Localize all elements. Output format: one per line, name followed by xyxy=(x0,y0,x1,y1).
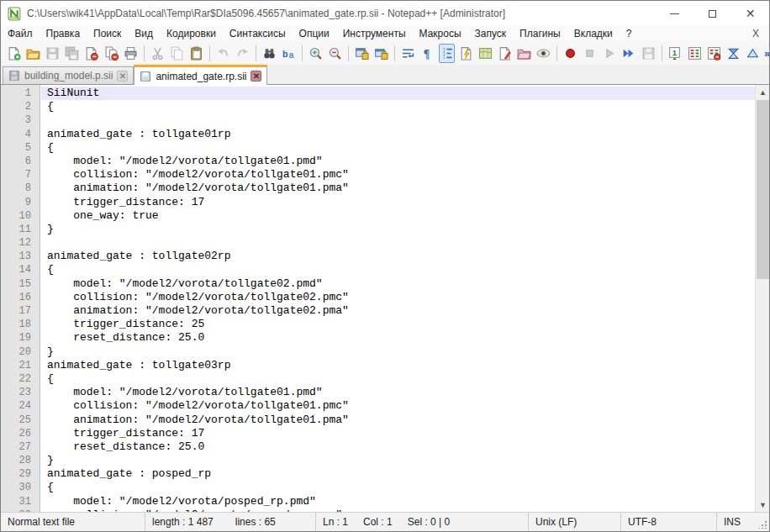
toolbar-overflow-icon[interactable]: » xyxy=(764,47,769,60)
menu-синтаксисы[interactable]: Синтаксисы xyxy=(223,26,293,41)
copy-icon[interactable] xyxy=(169,44,185,63)
cut-icon[interactable] xyxy=(149,44,165,63)
macro-record-icon[interactable] xyxy=(562,44,578,63)
sync-horizontal-icon[interactable] xyxy=(373,44,389,63)
tab-close-icon[interactable]: ✕ xyxy=(117,71,128,82)
code-line[interactable]: animated_gate : tollgate02rp xyxy=(47,250,755,263)
macro-run-multiple-icon[interactable] xyxy=(620,44,636,63)
menu-файл[interactable]: Файл xyxy=(1,26,40,41)
menu-плагины[interactable]: Плагины xyxy=(513,26,567,41)
code-line[interactable]: trigger_distance: 17 xyxy=(47,427,755,440)
code-line[interactable]: { xyxy=(47,481,755,494)
close-file-icon[interactable] xyxy=(83,44,99,63)
menu-поиск[interactable]: Поиск xyxy=(87,26,128,41)
code-line[interactable]: { xyxy=(47,141,755,155)
code-line[interactable]: collision: "/model2/vorota/tollgate01.pm… xyxy=(47,168,755,182)
close-all-icon[interactable] xyxy=(103,44,119,63)
tab-building_model.p.sii[interactable]: building_model.p.sii✕ xyxy=(3,66,134,84)
zoom-in-icon[interactable] xyxy=(308,44,324,63)
save-icon[interactable] xyxy=(45,44,61,63)
close-button[interactable]: ✕ xyxy=(731,1,769,26)
tab-close-icon[interactable]: ✕ xyxy=(251,71,261,82)
code-line[interactable]: model: "/model2/vorota/tollgate02.pmd" xyxy=(47,277,755,291)
document-map-icon[interactable] xyxy=(477,44,493,63)
compare-nav-prev-icon[interactable] xyxy=(745,44,761,63)
menubar-close-icon[interactable]: X xyxy=(749,26,762,41)
tab-bar: building_model.p.sii✕animated_gate.rp.si… xyxy=(1,65,769,85)
status-encoding[interactable]: UTF-8 xyxy=(621,513,717,531)
macro-play-icon[interactable] xyxy=(601,44,617,63)
code-line[interactable]: animated_gate : tollgate01rp xyxy=(47,128,755,141)
menu-вид[interactable]: Вид xyxy=(128,26,160,41)
menu-опции[interactable]: Опции xyxy=(293,26,336,41)
sync-vertical-icon[interactable] xyxy=(354,44,370,63)
code-line[interactable]: model: "/model2/vorota/posped_rp.pmd" xyxy=(47,495,755,508)
menu-макросы[interactable]: Макросы xyxy=(413,26,468,41)
status-doc-type: Normal text file xyxy=(1,513,145,531)
compare-nav-first-icon[interactable] xyxy=(725,44,741,63)
folder-as-workspace-icon[interactable] xyxy=(516,44,532,63)
code-line[interactable]: one_way: true xyxy=(47,209,755,223)
menu-вкладки[interactable]: Вкладки xyxy=(567,26,620,41)
code-line[interactable]: reset_distance: 25.0 xyxy=(47,331,755,345)
code-line[interactable] xyxy=(47,236,755,250)
code-line[interactable]: SiiNunit xyxy=(41,87,755,100)
open-folder-icon[interactable] xyxy=(25,44,41,63)
menu-?[interactable]: ? xyxy=(620,26,639,41)
compare-clear-icon[interactable] xyxy=(706,44,722,63)
code-line[interactable]: animation: "/model2/vorota/tollgate01.pm… xyxy=(47,182,755,195)
redo-icon[interactable] xyxy=(235,44,251,63)
code-line[interactable]: reset_distance: 25.0 xyxy=(47,440,755,454)
code-line[interactable]: collision: "/model2/vorota/tollgate01.pm… xyxy=(47,399,755,413)
compare-icon[interactable] xyxy=(687,44,703,63)
code-line[interactable]: animation: "/model2/vorota/tollgate01.pm… xyxy=(47,413,755,427)
menu-запуск[interactable]: Запуск xyxy=(468,26,514,41)
status-eol-format[interactable]: Unix (LF) xyxy=(529,513,621,531)
document-list-icon[interactable] xyxy=(497,44,513,63)
new-file-icon[interactable] xyxy=(6,44,22,63)
print-icon[interactable] xyxy=(123,44,139,63)
code-line[interactable]: collision: "/model2/vorota/tollgate02.pm… xyxy=(47,291,755,304)
code-line[interactable]: } xyxy=(47,454,755,467)
paste-icon[interactable] xyxy=(188,44,204,63)
menu-инструменты[interactable]: Инструменты xyxy=(336,26,413,41)
scrollbar-up-icon[interactable]: ▲ xyxy=(756,85,769,99)
compare-set-first-icon[interactable]: 1 xyxy=(667,44,683,63)
menu-правка[interactable]: Правка xyxy=(40,26,87,41)
indent-guide-icon[interactable] xyxy=(439,44,455,63)
code-line[interactable]: model: "/model2/vorota/tollgate01.pmd" xyxy=(47,386,755,399)
word-wrap-icon[interactable] xyxy=(400,44,416,63)
find-icon[interactable] xyxy=(261,44,277,63)
tab-animated_gate.rp.sii[interactable]: animated_gate.rp.sii✕ xyxy=(134,65,267,85)
monitoring-icon[interactable] xyxy=(535,44,551,63)
resize-grip[interactable] xyxy=(754,513,769,531)
vertical-scrollbar[interactable]: ▲ ▼ xyxy=(755,85,769,512)
code-line[interactable]: { xyxy=(47,372,755,386)
show-all-chars-icon[interactable]: ¶ xyxy=(419,44,435,63)
code-line[interactable]: trigger_distance: 17 xyxy=(47,196,755,209)
replace-icon[interactable]: ba xyxy=(281,44,297,63)
code-line[interactable]: } xyxy=(47,345,755,359)
code-line[interactable]: { xyxy=(47,100,755,113)
code-line[interactable] xyxy=(47,113,755,127)
save-all-icon[interactable] xyxy=(64,44,80,63)
macro-stop-icon[interactable] xyxy=(582,44,598,63)
undo-icon[interactable] xyxy=(215,44,231,63)
code-line[interactable]: animation: "/model2/vorota/tollgate02.pm… xyxy=(47,304,755,318)
code-line[interactable]: { xyxy=(47,263,755,277)
code-line[interactable]: } xyxy=(47,223,755,236)
code-line[interactable]: animated_gate : posped_rp xyxy=(47,467,755,481)
code-line[interactable]: animated_gate : tollgate03rp xyxy=(47,359,755,372)
code-line[interactable]: trigger_distance: 25 xyxy=(47,318,755,331)
scrollbar-down-icon[interactable]: ▼ xyxy=(756,498,769,512)
minimize-button[interactable] xyxy=(656,1,694,26)
function-list-icon[interactable] xyxy=(458,44,474,63)
macro-save-icon[interactable] xyxy=(641,44,657,63)
code-line[interactable]: model: "/model2/vorota/tollgate01.pmd" xyxy=(47,155,755,168)
zoom-out-icon[interactable] xyxy=(327,44,343,63)
menu-кодировки[interactable]: Кодировки xyxy=(160,26,223,41)
scrollbar-thumb[interactable] xyxy=(757,100,769,279)
code-area[interactable]: SiiNunit{animated_gate : tollgate01rp{ m… xyxy=(41,85,755,512)
status-insert-mode[interactable]: INS xyxy=(717,513,754,531)
maximize-button[interactable] xyxy=(694,1,731,26)
